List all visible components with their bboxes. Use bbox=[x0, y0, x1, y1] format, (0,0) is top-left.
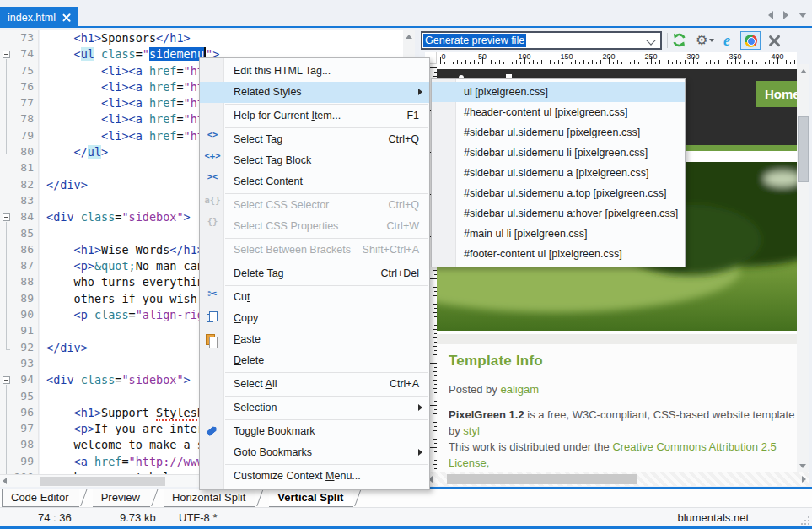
menu-item-label: Cut bbox=[234, 287, 250, 308]
style-rule-item[interactable]: ul [pixelgreen.css] bbox=[432, 82, 685, 102]
scrollbar-thumb[interactable] bbox=[447, 474, 637, 484]
line-number[interactable]: 73 bbox=[0, 31, 34, 47]
line-number[interactable]: 96 bbox=[0, 406, 34, 422]
menu-item-cut[interactable]: ✂Cut bbox=[200, 287, 429, 308]
chevron-down-icon[interactable] bbox=[648, 39, 654, 46]
resize-grip-icon[interactable] bbox=[801, 516, 809, 525]
line-number[interactable]: 90 bbox=[0, 308, 34, 324]
scroll-up-icon[interactable] bbox=[406, 35, 412, 39]
line-number[interactable]: 94 bbox=[0, 373, 34, 389]
style-rule-item[interactable]: #main ul li [pixelgreen.css] bbox=[432, 224, 685, 244]
menu-item-delete-tag[interactable]: Delete TagCtrl+Del bbox=[200, 263, 429, 284]
tab-preview[interactable]: Preview bbox=[93, 489, 150, 507]
line-number[interactable]: 97 bbox=[0, 422, 34, 438]
chevron-down-icon bbox=[709, 39, 714, 42]
line-number[interactable]: 91 bbox=[0, 324, 34, 340]
line-number[interactable]: 78 bbox=[0, 112, 34, 128]
line-number[interactable]: 85 bbox=[0, 227, 34, 243]
menu-item-related-styles[interactable]: Related Styles bbox=[200, 82, 429, 103]
line-number[interactable]: 95 bbox=[0, 390, 34, 406]
line-number[interactable]: 89 bbox=[0, 292, 34, 308]
scroll-up-icon[interactable] bbox=[800, 69, 807, 73]
menu-item-label: Related Styles bbox=[234, 82, 302, 103]
menu-item-select-tag[interactable]: <>Select TagCtrl+Q bbox=[200, 129, 429, 150]
line-number[interactable]: 80 bbox=[0, 145, 34, 161]
line-number[interactable]: 93 bbox=[0, 357, 34, 373]
scroll-right-icon[interactable] bbox=[802, 476, 806, 483]
bookmark-icon bbox=[206, 425, 218, 437]
style-rule-label: #sidebar ul.sidemenu a [pixelgreen.css] bbox=[464, 163, 649, 183]
line-number[interactable]: 74 bbox=[0, 47, 34, 63]
menu-item-select-all[interactable]: Select AllCtrl+A bbox=[200, 374, 429, 395]
tab-horizontal-split[interactable]: Horizontal Split bbox=[164, 489, 255, 507]
style-rule-item[interactable]: #sidebar ul.sidemenu [pixelgreen.css] bbox=[432, 122, 685, 143]
menu-item-selection[interactable]: Selection bbox=[200, 397, 429, 418]
preview-toolbar: Generate preview file ⚙ e bbox=[419, 30, 812, 52]
line-number[interactable]: 82 bbox=[0, 178, 34, 194]
menu-item-select-css-properties[interactable]: {}Select CSS PropertiesCtrl+W bbox=[200, 216, 429, 237]
menu-item-toggle-bookmark[interactable]: Toggle Bookmark bbox=[200, 421, 429, 442]
tab-index-html[interactable]: index.html bbox=[0, 7, 78, 28]
scrollbar-thumb[interactable] bbox=[40, 477, 165, 486]
line-number[interactable]: 99 bbox=[0, 455, 34, 471]
menu-item-paste[interactable]: Paste bbox=[200, 329, 429, 350]
style-rule-item[interactable]: #sidebar ul.sidemenu a [pixelgreen.css] bbox=[432, 163, 685, 183]
style-rule-label: #footer-content ul [pixelgreen.css] bbox=[464, 244, 622, 264]
tab-code-editor[interactable]: Code Editor bbox=[2, 489, 79, 507]
line-number[interactable]: 92 bbox=[0, 341, 34, 357]
menu-item-select-css-selector[interactable]: a{}Select CSS SelectorCtrl+Q bbox=[200, 195, 429, 216]
chrome-browser-button[interactable] bbox=[740, 31, 761, 50]
tab-list-icon[interactable] bbox=[799, 13, 807, 18]
internet-explorer-icon[interactable]: e bbox=[723, 32, 730, 50]
line-number[interactable]: 84 bbox=[0, 210, 34, 226]
menu-separator bbox=[225, 238, 428, 239]
line-number[interactable]: 75 bbox=[0, 64, 34, 80]
menu-item-goto-bookmarks[interactable]: Goto Bookmarks bbox=[200, 442, 429, 463]
line-number[interactable]: 81 bbox=[0, 161, 34, 177]
preview-mode-combobox[interactable]: Generate preview file bbox=[421, 31, 662, 50]
line-number[interactable]: 98 bbox=[0, 438, 34, 454]
menu-item-help-for-current-item[interactable]: Help for Current Item...F1 bbox=[200, 105, 429, 127]
horizontal-ruler: 050100150200250300350400 bbox=[437, 52, 797, 64]
preview-vertical-scrollbar[interactable] bbox=[797, 64, 809, 472]
tab-scroll-controls bbox=[768, 11, 807, 19]
author-link[interactable]: ealigam bbox=[500, 383, 539, 396]
refresh-icon[interactable] bbox=[671, 32, 687, 51]
menu-item-delete[interactable]: Delete bbox=[200, 350, 429, 371]
code-line[interactable]: <h1>Sponsors</h1> bbox=[40, 31, 403, 47]
scroll-left-icon[interactable] bbox=[768, 11, 773, 19]
menu-item-select-content[interactable]: ><Select Content bbox=[200, 171, 429, 192]
menu-item-label: Select Tag bbox=[234, 129, 282, 150]
scroll-down-icon[interactable] bbox=[799, 464, 806, 468]
menu-item-select-tag-block[interactable]: <+>Select Tag Block bbox=[200, 150, 429, 171]
tab-close-icon[interactable] bbox=[62, 13, 71, 22]
menu-item-customize-context-menu[interactable]: Customize Context Menu... bbox=[200, 466, 429, 487]
close-preview-icon[interactable] bbox=[768, 32, 780, 47]
style-rule-item[interactable]: #sidebar ul.sidemenu li [pixelgreen.css] bbox=[432, 143, 685, 163]
tab-label: index.html bbox=[8, 12, 56, 24]
menu-item-select-between-brackets[interactable]: Select Between BracketsShift+Ctrl+A bbox=[200, 240, 429, 261]
menu-item-copy[interactable]: Copy bbox=[200, 308, 429, 329]
line-number[interactable]: 88 bbox=[0, 275, 34, 291]
related-styles-submenu: ul [pixelgreen.css]#header-content ul [p… bbox=[431, 78, 686, 267]
scroll-left-icon[interactable] bbox=[3, 478, 7, 484]
preview-horizontal-scrollbar[interactable] bbox=[425, 472, 809, 486]
line-number[interactable]: 79 bbox=[0, 129, 34, 145]
menu-item-edit-this-html-tag[interactable]: Edit this HTML Tag... bbox=[200, 61, 429, 82]
style-rule-item[interactable]: #header-content ul [pixelgreen.css] bbox=[432, 102, 685, 122]
file-size: 9.73 kb bbox=[120, 511, 156, 524]
styleshout-link[interactable]: styl bbox=[463, 424, 480, 437]
line-number[interactable]: 83 bbox=[0, 194, 34, 210]
line-number[interactable]: 86 bbox=[0, 243, 34, 259]
scrollbar-thumb[interactable] bbox=[798, 116, 809, 182]
line-number[interactable]: 77 bbox=[0, 96, 34, 112]
scroll-right-icon[interactable] bbox=[783, 11, 788, 19]
style-rule-item[interactable]: #sidebar ul.sidemenu a.top [pixelgreen.c… bbox=[432, 183, 685, 203]
style-rule-item[interactable]: #footer-content ul [pixelgreen.css] bbox=[432, 244, 685, 264]
settings-gear-icon[interactable]: ⚙ bbox=[696, 32, 714, 49]
line-number[interactable]: 76 bbox=[0, 80, 34, 96]
tab-vertical-split[interactable]: Vertical Split bbox=[269, 489, 353, 507]
style-rule-item[interactable]: #sidebar ul.sidemenu a:hover [pixelgreen… bbox=[432, 203, 685, 224]
line-number[interactable]: 87 bbox=[0, 259, 34, 275]
site-home-link[interactable]: Home bbox=[756, 81, 797, 107]
